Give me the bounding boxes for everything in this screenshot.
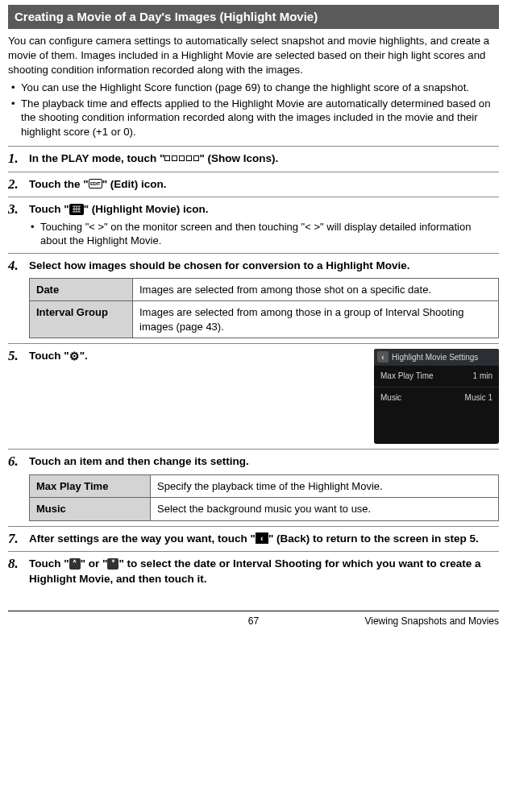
table-row: Date Images are selected from among thos… xyxy=(30,278,499,301)
note-item: You can use the Highlight Score function… xyxy=(8,81,499,95)
step-number: 1. xyxy=(8,151,24,167)
step-number: 8. xyxy=(8,557,24,572)
step-title: After settings are the way you want, tou… xyxy=(29,532,479,545)
step-title: Touch an item and then change its settin… xyxy=(29,454,499,469)
highlight-movie-icon xyxy=(69,204,84,215)
settings-panel-header: ‹ Highlight Movie Settings xyxy=(374,349,499,365)
step-7: 7. After settings are the way you want, … xyxy=(8,526,499,547)
step-2: 2. Touch the "EDIT" (Edit) icon. xyxy=(8,172,499,193)
down-arrow-icon: ˅ xyxy=(107,558,118,570)
up-arrow-icon: ˄ xyxy=(69,558,81,570)
step-6: 6. Touch an item and then change its set… xyxy=(8,449,499,520)
table-row: Interval Group Images are selected from … xyxy=(30,301,499,338)
step-title: Touch "⚙". xyxy=(29,350,88,362)
settings-screenshot: ‹ Highlight Movie Settings Max Play Time… xyxy=(374,349,499,444)
option-label: Max Play Time xyxy=(30,474,151,498)
step-title: Touch "" (Highlight Movie) icon. xyxy=(29,202,499,217)
page-number: 67 xyxy=(172,615,335,628)
notes-list: You can use the Highlight Score function… xyxy=(8,81,499,139)
selection-method-table: Date Images are selected from among thos… xyxy=(29,278,499,339)
edit-icon: EDIT xyxy=(89,179,102,188)
gear-icon: ⚙ xyxy=(69,350,80,362)
step-number: 3. xyxy=(8,202,24,218)
option-label: Music xyxy=(30,498,151,521)
page-footer: 67 Viewing Snapshots and Movies xyxy=(8,611,499,628)
step-number: 2. xyxy=(8,177,24,193)
step-4: 4. Select how images should be chosen fo… xyxy=(8,253,499,339)
option-desc: Images are selected from among those sho… xyxy=(133,278,499,301)
section-header: Creating a Movie of a Day's Images (High… xyxy=(8,5,499,29)
settings-row: Max Play Time 1 min xyxy=(374,365,499,387)
step-number: 4. xyxy=(8,259,24,274)
step-1: 1. In the PLAY mode, touch "" (Show Icon… xyxy=(8,146,499,167)
step-3: 3. Touch "" (Highlight Movie) icon. Touc… xyxy=(8,197,499,247)
step-8: 8. Touch "˄" or "˅" to select the date o… xyxy=(8,551,499,586)
option-label: Interval Group xyxy=(30,301,133,338)
step-5: 5. Touch "⚙". ‹ Highlight Movie Settings… xyxy=(8,343,499,444)
step-number: 5. xyxy=(8,349,24,364)
step-subnote: Touching "< >" on the monitor screen and… xyxy=(29,220,499,248)
step-title: Touch the "EDIT" (Edit) icon. xyxy=(29,178,167,190)
back-icon: ‹ xyxy=(377,351,389,362)
option-desc: Images are selected from among those in … xyxy=(133,301,499,338)
table-row: Music Select the background music you wa… xyxy=(30,498,499,521)
step-number: 7. xyxy=(8,532,24,547)
step-title: In the PLAY mode, touch "" (Show Icons). xyxy=(29,152,278,164)
table-row: Max Play Time Specify the playback time … xyxy=(30,474,499,498)
intro-paragraph: You can configure camera settings to aut… xyxy=(8,34,499,77)
step-title: Touch "˄" or "˅" to select the date or I… xyxy=(29,557,480,584)
note-item: The playback time and effects applied to… xyxy=(8,97,499,139)
settings-row: Music Music 1 xyxy=(374,387,499,408)
step-title: Select how images should be chosen for c… xyxy=(29,259,499,273)
option-label: Date xyxy=(30,278,133,301)
back-icon: ‹ xyxy=(256,532,268,544)
settings-table: Max Play Time Specify the playback time … xyxy=(29,474,499,521)
option-desc: Select the background music you want to … xyxy=(151,498,499,521)
option-desc: Specify the playback time of the Highlig… xyxy=(151,474,499,498)
settings-panel-title: Highlight Movie Settings xyxy=(392,352,478,363)
section-name: Viewing Snapshots and Movies xyxy=(335,615,499,628)
show-icons-icon xyxy=(164,155,199,161)
step-number: 6. xyxy=(8,454,24,470)
